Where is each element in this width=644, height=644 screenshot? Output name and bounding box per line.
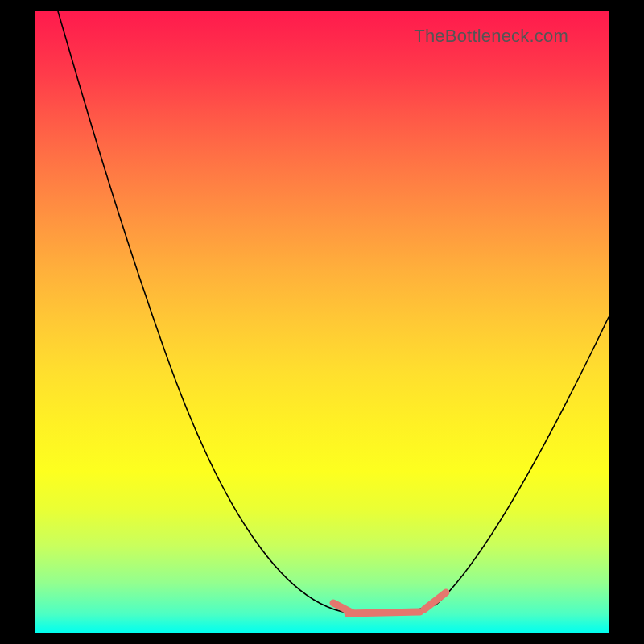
chart-svg <box>35 11 609 633</box>
low-bottleneck-marker-right <box>424 592 446 609</box>
bottleneck-curve <box>58 11 609 614</box>
watermark-text: TheBottleneck.com <box>414 26 568 47</box>
low-bottleneck-marker-left <box>333 603 353 613</box>
low-bottleneck-marker-center <box>348 612 420 613</box>
plot-area: TheBottleneck.com <box>35 11 609 633</box>
chart-container: TheBottleneck.com <box>0 0 644 644</box>
